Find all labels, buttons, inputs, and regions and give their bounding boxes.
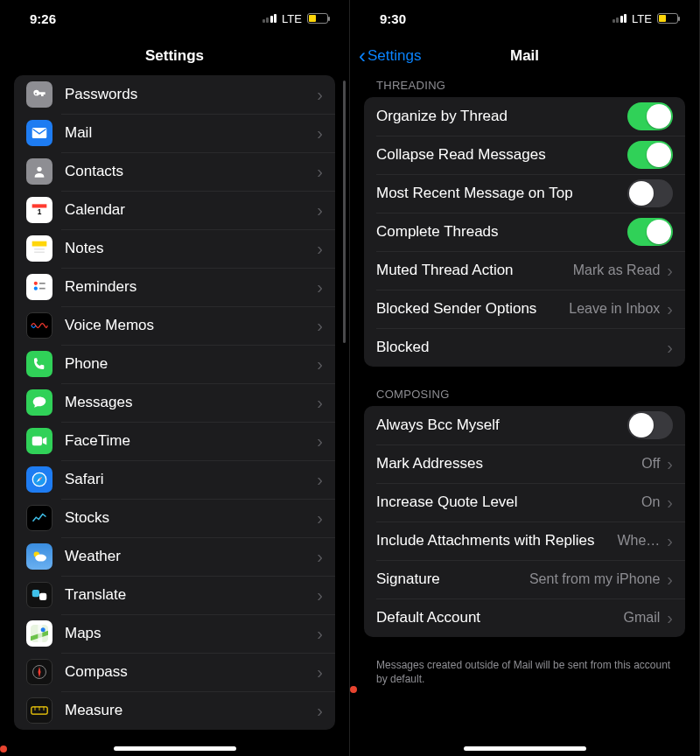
chevron-right-icon: ›	[317, 625, 323, 642]
row-label: Contacts	[65, 163, 310, 180]
row-label: Compass	[65, 663, 310, 681]
row-organize[interactable]: Organize by Thread	[364, 97, 685, 136]
settings-row-mail[interactable]: Mail›	[14, 114, 335, 152]
row-label: Mark Addresses	[376, 455, 634, 472]
chevron-right-icon: ›	[317, 471, 323, 488]
chevron-right-icon: ›	[667, 455, 673, 472]
toggle-organize[interactable]	[627, 102, 673, 130]
toggle-complete[interactable]	[627, 218, 673, 246]
svg-rect-20	[39, 593, 46, 600]
row-label: Weather	[65, 548, 310, 565]
composing-group: Always Bcc MyselfMark AddressesOff›Incre…	[364, 406, 685, 637]
row-blocked[interactable]: Blocked›	[364, 328, 685, 367]
row-label: Complete Threads	[376, 223, 627, 241]
chevron-right-icon: ›	[667, 300, 673, 318]
back-label: Settings	[368, 47, 421, 65]
contacts-icon	[26, 158, 52, 185]
row-label: Phone	[65, 355, 310, 373]
row-blockedopt[interactable]: Blocked Sender OptionsLeave in Inbox›	[364, 290, 685, 328]
translate-icon	[26, 582, 52, 608]
status-bar: 9:26 LTE	[0, 0, 349, 37]
row-bcc[interactable]: Always Bcc Myself	[364, 406, 685, 444]
row-attach[interactable]: Include Attachments with RepliesWhe…›	[364, 522, 685, 560]
chevron-right-icon: ›	[317, 509, 323, 527]
row-value: Off	[641, 456, 660, 472]
row-value: Sent from my iPhone	[529, 571, 660, 587]
toggle-recenttop[interactable]	[627, 179, 673, 207]
settings-list-scroll[interactable]: Passwords›Mail›Contacts›1Calendar›Notes›…	[0, 75, 349, 756]
carrier-label: LTE	[632, 12, 652, 25]
row-value: On	[641, 494, 660, 510]
chevron-right-icon: ›	[667, 262, 673, 279]
row-value: Mark as Read	[573, 262, 661, 278]
home-indicator[interactable]	[464, 746, 586, 751]
settings-row-translate[interactable]: Translate›	[14, 576, 335, 614]
settings-row-phone[interactable]: Phone›	[14, 345, 335, 383]
row-markaddr[interactable]: Mark AddressesOff›	[364, 444, 685, 483]
row-label: Include Attachments with Replies	[376, 532, 610, 550]
settings-row-compass[interactable]: Compass›	[14, 653, 335, 691]
back-button[interactable]: ‹ Settings	[359, 37, 421, 75]
settings-row-calendar[interactable]: 1Calendar›	[14, 191, 335, 229]
row-sig[interactable]: SignatureSent from my iPhone›	[364, 560, 685, 598]
compass-icon	[26, 659, 52, 685]
settings-row-voicememos[interactable]: Voice Memos›	[14, 306, 335, 345]
home-indicator[interactable]	[114, 746, 236, 751]
row-label: Increase Quote Level	[376, 494, 634, 511]
row-label: FaceTime	[65, 432, 310, 450]
row-label: Translate	[65, 586, 310, 604]
settings-row-stocks[interactable]: Stocks›	[14, 499, 335, 537]
section-header-composing: COMPOSING	[350, 382, 699, 406]
chevron-right-icon: ›	[317, 124, 323, 142]
row-recenttop[interactable]: Most Recent Message on Top	[364, 174, 685, 213]
row-label: Stocks	[65, 509, 310, 527]
page-title: Settings	[145, 47, 204, 65]
settings-row-facetime[interactable]: FaceTime›	[14, 422, 335, 460]
mail-settings-scroll[interactable]: THREADING Organize by ThreadCollapse Rea…	[350, 75, 699, 756]
nav-header: Settings	[0, 37, 349, 75]
toggle-bcc[interactable]	[627, 411, 673, 439]
reminders-icon	[26, 274, 52, 300]
scroll-indicator	[343, 80, 346, 343]
chevron-right-icon: ›	[317, 548, 323, 565]
row-collapse[interactable]: Collapse Read Messages	[364, 136, 685, 174]
chevron-right-icon: ›	[317, 702, 323, 719]
settings-row-notes[interactable]: Notes›	[14, 229, 335, 268]
calendar-icon: 1	[26, 197, 52, 223]
settings-row-reminders[interactable]: Reminders›	[14, 268, 335, 306]
row-quote[interactable]: Increase Quote LevelOn›	[364, 483, 685, 522]
row-label: Collapse Read Messages	[376, 146, 627, 164]
svg-point-18	[35, 555, 46, 562]
section-footer-composing: Messages created outside of Mail will be…	[350, 653, 699, 686]
row-muted[interactable]: Muted Thread ActionMark as Read›	[364, 251, 685, 290]
row-defacct[interactable]: Default AccountGmail›	[364, 598, 685, 637]
status-bar: 9:30 LTE	[350, 0, 699, 37]
battery-icon	[307, 13, 328, 24]
settings-row-maps[interactable]: Maps›	[14, 614, 335, 653]
settings-row-measure[interactable]: Measure›	[14, 691, 335, 730]
threading-group: Organize by ThreadCollapse Read Messages…	[364, 97, 685, 367]
messages-icon	[26, 389, 52, 416]
svg-point-22	[41, 627, 46, 632]
settings-row-passwords[interactable]: Passwords›	[14, 75, 335, 114]
safari-icon	[26, 466, 52, 493]
carrier-label: LTE	[282, 12, 302, 25]
settings-row-safari[interactable]: Safari›	[14, 460, 335, 499]
chevron-right-icon: ›	[667, 494, 673, 511]
row-value: Whe…	[617, 533, 660, 549]
row-label: Default Account	[376, 609, 617, 626]
svg-rect-9	[31, 278, 48, 296]
toggle-collapse[interactable]	[627, 141, 673, 169]
signal-icon	[262, 14, 277, 23]
settings-row-messages[interactable]: Messages›	[14, 383, 335, 422]
phone-left: 9:26 LTE Settings Passwords›Mail›Contact…	[0, 0, 350, 756]
highlight-blocked	[350, 686, 357, 693]
chevron-right-icon: ›	[317, 586, 323, 604]
settings-row-weather[interactable]: Weather›	[14, 537, 335, 576]
chevron-right-icon: ›	[317, 394, 323, 411]
row-value: Leave in Inbox	[569, 301, 660, 317]
row-complete[interactable]: Complete Threads	[364, 213, 685, 251]
row-label: Blocked	[376, 339, 660, 356]
settings-row-contacts[interactable]: Contacts›	[14, 152, 335, 191]
facetime-icon	[26, 428, 52, 454]
